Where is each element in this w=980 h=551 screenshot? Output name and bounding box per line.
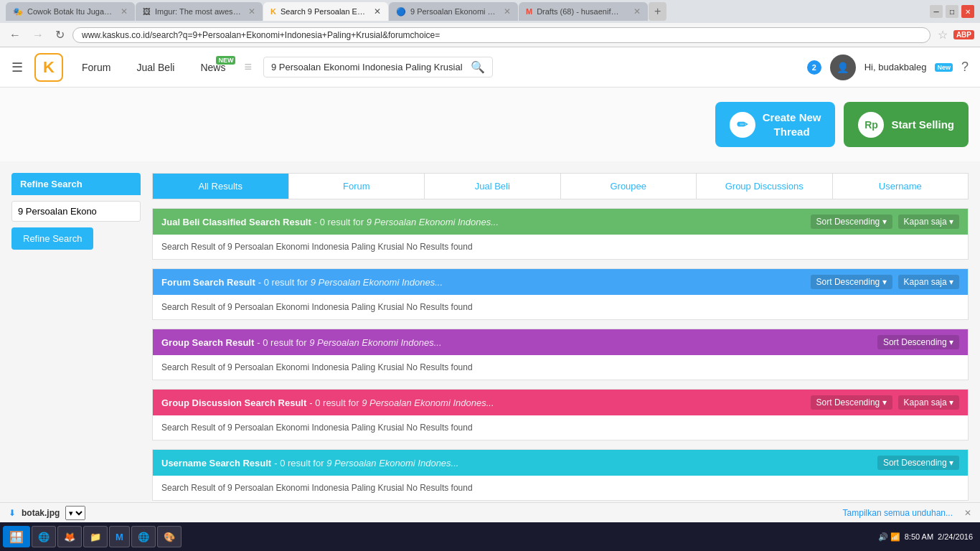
nav-forum[interactable]: Forum (75, 62, 118, 73)
search-submit-button[interactable]: 🔍 (471, 60, 485, 74)
tab-imgur[interactable]: 🖼 Imgur: The most awesome... ✕ (136, 2, 263, 21)
tab-all-results[interactable]: All Results (153, 174, 289, 199)
search-input[interactable] (271, 62, 466, 72)
chrome1-icon: 🌐 (38, 532, 50, 542)
username-result-subtitle: - 0 result for 9 Persoalan Ekonomi Indon… (274, 458, 458, 468)
close-button[interactable]: ✕ (961, 5, 974, 18)
forum-sort-dropdown[interactable]: Sort Descending ▾ (811, 275, 892, 289)
download-bar: ⬇ botak.jpg ▾ Tampilkan semua unduhan...… (0, 502, 980, 522)
tab-close-icon[interactable]: ✕ (374, 6, 381, 17)
forum-result-section: Forum Search Result - 0 result for 9 Per… (152, 268, 969, 320)
sell-icon: Rp (858, 112, 884, 138)
group-discussion-result-header: Group Discussion Search Result - 0 resul… (153, 390, 968, 415)
notification-badge[interactable]: 2 (807, 60, 821, 75)
minimize-button[interactable]: ─ (930, 5, 943, 18)
bookmark-icon[interactable]: ☆ (938, 28, 948, 42)
chrome2-icon: 🌐 (138, 532, 149, 542)
firefox-icon: 🦊 (64, 532, 75, 542)
jual-beli-sort-dropdown[interactable]: Sort Descending ▾ (811, 215, 892, 229)
jual-beli-result-body: Search Result of 9 Persoalan Ekonomi Ind… (153, 235, 968, 259)
taskbar-word[interactable]: M (109, 526, 130, 547)
back-button[interactable]: ← (6, 27, 24, 43)
news-new-badge: NEW (216, 56, 235, 65)
tab-group-discussions[interactable]: Group Discussions (697, 174, 833, 199)
show-all-downloads-link[interactable]: Tampilkan semua unduhan... (843, 508, 953, 518)
taskbar-date: 2/24/2016 (938, 532, 973, 541)
username-result-controls: Sort Descending ▾ (877, 456, 959, 470)
kaskus-logo[interactable]: K (34, 53, 63, 82)
tab-groupee[interactable]: Groupee (561, 174, 697, 199)
tab-close-icon[interactable]: ✕ (121, 6, 128, 17)
new-tab-button[interactable]: + (649, 2, 666, 21)
tab-favicon: M (526, 7, 532, 16)
tab-close-icon[interactable]: ✕ (504, 6, 511, 17)
taskbar-start-button[interactable]: 🪟 (3, 526, 30, 547)
start-selling-button[interactable]: Rp Start Selling (844, 102, 969, 147)
tab-favicon: K (270, 7, 276, 16)
tab-cowok[interactable]: 🎭 Cowok Botak Itu Juga Sek... ✕ (6, 2, 135, 21)
forum-result-title: Forum Search Result (161, 277, 255, 288)
browser-title-bar: 🎭 Cowok Botak Itu Juga Sek... ✕ 🖼 Imgur:… (0, 0, 980, 23)
refine-search-header: Refine Search (11, 173, 141, 195)
username-sort-dropdown[interactable]: Sort Descending ▾ (877, 456, 959, 470)
forum-result-subtitle: - 0 result for 9 Persoalan Ekonomi Indon… (258, 277, 443, 288)
taskbar-time: 8:50 AM (905, 532, 933, 541)
forward-button[interactable]: → (29, 27, 47, 43)
results-tabs-row: All Results Forum Jual Beli Groupee Grou… (152, 173, 969, 199)
help-button[interactable]: ? (961, 60, 969, 75)
tab-search-kaskus[interactable]: K Search 9 Persoalan Ekono... ✕ (263, 2, 388, 21)
taskbar-chrome1[interactable]: 🌐 (32, 526, 56, 547)
page-content: ☰ K Forum Jual Beli News NEW ≡ 🔍 2 👤 Hi,… (0, 47, 980, 551)
word-icon: M (116, 532, 123, 542)
download-action-select[interactable]: ▾ (65, 506, 85, 520)
tab-persoalan[interactable]: 🔵 9 Persoalan Ekonomi Indo... ✕ (389, 2, 518, 21)
forum-time-dropdown[interactable]: Kapan saja ▾ (898, 275, 959, 289)
hamburger-menu-icon[interactable]: ☰ (11, 60, 23, 75)
refine-search-input[interactable] (11, 201, 141, 222)
taskbar-file-explorer[interactable]: 📁 (83, 526, 108, 547)
group-discussion-result-body: Search Result of 9 Persoalan Ekonomi Ind… (153, 415, 968, 440)
group-discussion-time-dropdown[interactable]: Kapan saja ▾ (898, 395, 959, 410)
tab-username[interactable]: Username (833, 174, 969, 199)
browser-nav-bar: ← → ↻ ☆ ABP (0, 23, 980, 47)
reload-button[interactable]: ↻ (52, 27, 68, 43)
address-bar[interactable] (72, 27, 930, 43)
refine-search-button[interactable]: Refine Search (11, 227, 93, 250)
nav-jual-beli[interactable]: Jual Beli (129, 62, 182, 73)
group-discussion-sort-dropdown[interactable]: Sort Descending ▾ (811, 395, 892, 410)
jual-beli-result-header: Jual Beli Classified Search Result - 0 r… (153, 209, 968, 235)
group-result-title: Group Search Result (161, 337, 254, 348)
group-sort-dropdown[interactable]: Sort Descending ▾ (877, 335, 959, 349)
create-thread-icon: ✏ (730, 112, 755, 138)
window-controls: ─ □ ✕ (930, 5, 974, 18)
main-content: Refine Search Refine Search All Results … (0, 161, 980, 521)
adblock-icon[interactable]: ABP (953, 30, 974, 39)
maximize-button[interactable]: □ (946, 5, 958, 18)
tab-forum[interactable]: Forum (289, 174, 425, 199)
download-filename: botak.jpg (22, 508, 60, 518)
nav-separator: ≡ (244, 60, 252, 75)
jual-beli-time-dropdown[interactable]: Kapan saja ▾ (898, 215, 959, 229)
tab-jual-beli[interactable]: Jual Beli (425, 174, 561, 199)
hero-section: ✏ Create NewThread Rp Start Selling (0, 88, 980, 161)
taskbar-paint[interactable]: 🎨 (157, 526, 182, 547)
username-result-section: Username Search Result - 0 result for 9 … (152, 449, 969, 501)
download-bar-close-icon[interactable]: ✕ (964, 508, 971, 518)
search-bar[interactable]: 🔍 (263, 57, 493, 77)
tab-close-icon[interactable]: ✕ (248, 6, 255, 17)
taskbar-chrome2[interactable]: 🌐 (131, 526, 156, 547)
user-avatar[interactable]: 👤 (830, 55, 856, 80)
jual-beli-result-title: Jual Beli Classified Search Result (161, 217, 311, 227)
tab-close-icon[interactable]: ✕ (633, 6, 641, 17)
group-result-header: Group Search Result - 0 result for 9 Per… (153, 329, 968, 355)
nav-news[interactable]: News NEW (193, 62, 232, 73)
windows-start-icon: 🪟 (9, 530, 24, 544)
tab-gmail[interactable]: M Drafts (68) - husaenif@gm... ✕ (519, 2, 648, 21)
create-new-thread-button[interactable]: ✏ Create NewThread (715, 102, 836, 147)
user-greeting: Hi, budakbaleg (864, 62, 927, 72)
forum-result-header: Forum Search Result - 0 result for 9 Per… (153, 269, 968, 295)
taskbar-firefox[interactable]: 🦊 (57, 526, 82, 547)
tab-label: 9 Persoalan Ekonomi Indo... (410, 7, 496, 16)
username-result-body: Search Result of 9 Persoalan Ekonomi Ind… (153, 476, 968, 500)
tab-label: Drafts (68) - husaenif@gm... (537, 7, 626, 16)
